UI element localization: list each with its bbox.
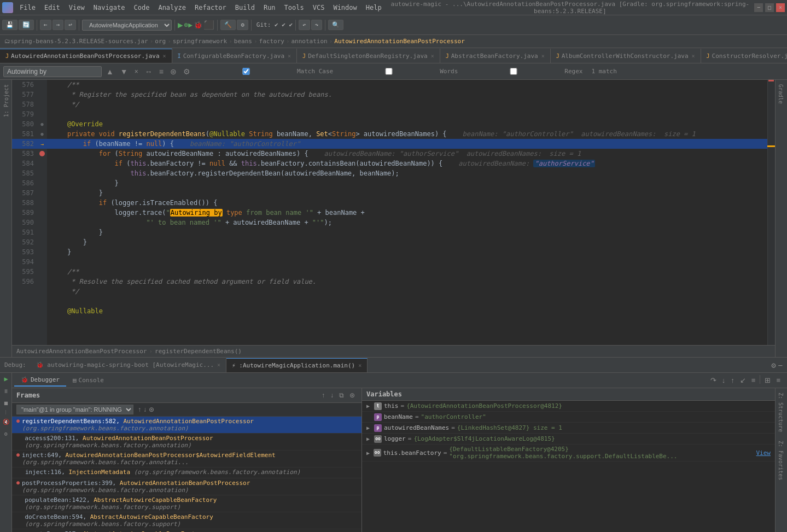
regex-checkbox[interactable] [464, 68, 563, 75]
frames-filter-btn[interactable]: ⊛ [347, 390, 357, 400]
frame-item-4[interactable]: ● postProcessProperties:399, AutowiredAn… [12, 478, 362, 495]
tab-default-singleton[interactable]: J DefaultSingletonBeanRegistry.java × [297, 49, 440, 63]
debug-minimize-icon[interactable]: − [778, 361, 783, 370]
tab-close-1[interactable]: × [163, 53, 166, 59]
tab-album-controller[interactable]: J AlbumControllerWithConstructor.java × [551, 49, 701, 63]
menu-view[interactable]: View [65, 3, 89, 13]
menu-edit[interactable]: Edit [40, 3, 65, 13]
var-val-beanfactory-view[interactable]: View [756, 449, 771, 457]
regex-option[interactable]: Regex [462, 67, 585, 76]
breadcrumb-bottom-method[interactable]: registerDependentBeans() [155, 348, 242, 355]
debug-mute-btn[interactable]: 🔇 [0, 416, 12, 428]
frames-copy-btn[interactable]: ⧉ [337, 390, 346, 400]
toolbar-sync[interactable]: 🔄 [19, 20, 34, 30]
debug-session-close-2[interactable]: × [358, 363, 362, 369]
console-tab[interactable]: ▤ Console [66, 375, 110, 386]
frames-up-btn[interactable]: ↑ [319, 390, 327, 400]
tab-close-3[interactable]: × [431, 53, 434, 59]
evaluate-btn[interactable]: ≡ [749, 375, 758, 385]
match-case-checkbox[interactable] [197, 68, 295, 75]
search-replace-toggle[interactable]: ↔ [143, 66, 155, 77]
words-checkbox[interactable] [340, 68, 438, 75]
search-filter[interactable]: ⊛ [168, 66, 179, 77]
toolbar-revert[interactable]: ↩ [65, 20, 76, 30]
breadcrumb-org[interactable]: org [155, 38, 166, 45]
minimize-button[interactable]: − [754, 3, 763, 12]
gradle-side-tab[interactable]: Gradle [776, 80, 787, 108]
search-input[interactable]: Autowiring by [3, 66, 102, 77]
search-options[interactable]: ⚙ [181, 66, 193, 77]
menu-build[interactable]: Build [231, 3, 259, 13]
var-logger[interactable]: ▶ oo logger = {LogAdapter$Slf4jLocationA… [362, 434, 775, 445]
search-close[interactable]: × [132, 67, 141, 77]
menu-vcs[interactable]: VCS [308, 3, 329, 13]
run-to-cursor-btn[interactable]: ↙ [738, 375, 748, 385]
thread-selector[interactable]: "main"@1 in group "main": RUNNING [16, 405, 133, 414]
code-content[interactable]: /** * Register the specified bean as dep… [47, 80, 767, 345]
debug-pause-btn[interactable]: ⏸ [0, 385, 12, 397]
toolbar-redo[interactable]: ↷ [311, 20, 323, 30]
frame-item-2[interactable]: ● inject:649, AutowiredAnnotationBeanPos… [12, 451, 362, 467]
breadcrumb-factory[interactable]: factory [259, 38, 284, 45]
debug-settings-btn[interactable]: ⚙ [0, 428, 12, 440]
run-with-coverage[interactable]: ⊕▶ [184, 21, 193, 29]
frame-item-0[interactable]: ● registerDependentBeans:582, AutowiredA… [12, 417, 362, 434]
var-beanfactory[interactable]: ▶ oo this.beanFactory = {DefaultListable… [362, 445, 775, 461]
search-nav-down[interactable]: ▼ [118, 66, 130, 77]
toolbar-build[interactable]: 🔨 [220, 20, 236, 30]
menu-analyze[interactable]: Analyze [154, 3, 190, 13]
menu-tools[interactable]: Tools [280, 3, 308, 13]
step-over-btn[interactable]: ↷ [708, 375, 719, 385]
toolbar-forward[interactable]: → [53, 20, 64, 30]
search-nav-up[interactable]: ▲ [104, 66, 116, 77]
step-into-btn[interactable]: ↓ [720, 375, 728, 385]
settings-btn[interactable]: ≡ [774, 375, 783, 385]
var-this[interactable]: ▶ t this = {AutowiredAnnotationBeanPostP… [362, 401, 775, 412]
frame-item-6[interactable]: doCreateBean:594, AbstractAutowireCapabl… [12, 512, 362, 529]
debug-session-close-1[interactable]: × [217, 362, 220, 368]
tab-close-2[interactable]: × [288, 53, 291, 59]
breadcrumb-class[interactable]: AutowiredAnnotationBeanPostProcessor [334, 38, 464, 45]
debug-resume-btn[interactable]: ▶ [0, 373, 12, 385]
maximize-button[interactable]: □ [765, 3, 774, 12]
words-option[interactable]: Words [337, 67, 460, 76]
debug-session-tab-2[interactable]: ⚡ :AutowireMagicApplication.main() × [226, 358, 368, 372]
tab-autowired[interactable]: J AutowiredAnnotationBeanPostProcessor.j… [0, 49, 172, 63]
stop-button[interactable]: ⬛ [203, 20, 214, 30]
menu-help[interactable]: Help [362, 3, 386, 13]
frame-item-1[interactable]: access$200:131, AutowiredAnnotationBeanP… [12, 434, 362, 451]
menu-run[interactable]: Run [259, 3, 280, 13]
close-button[interactable]: × [776, 3, 785, 12]
menu-navigate[interactable]: Navigate [89, 3, 130, 13]
thread-filter-btn[interactable]: ⊛ [148, 405, 155, 414]
menu-refactor[interactable]: Refactor [190, 3, 231, 13]
restore-layout-btn[interactable]: ⊞ [762, 375, 773, 385]
toolbar-save[interactable]: 💾 [2, 20, 18, 30]
toolbar-undo[interactable]: ↶ [299, 20, 310, 30]
step-out-btn[interactable]: ↑ [728, 375, 737, 385]
tab-close-4[interactable]: × [541, 53, 545, 59]
breadcrumb-beans[interactable]: beans [234, 38, 252, 45]
debug-settings-icon[interactable]: ⚙ [771, 361, 776, 370]
debug-session-tab-1[interactable]: 🐞 autowiring-magic-spring-boot [Autowire… [31, 358, 226, 372]
var-autowiredbeannames[interactable]: ▶ p autowiredBeanNames = {LinkedHashSet@… [362, 423, 775, 434]
frame-item-7[interactable]: createBean:517, AbstractAutowireCapableB… [12, 529, 362, 532]
favorites-tab[interactable]: Z: Favorites [776, 436, 787, 484]
breadcrumb-jar[interactable]: spring-beans-5.2.3.RELEASE-sources.jar [10, 38, 148, 45]
search-multiline[interactable]: ≡ [157, 66, 166, 77]
toolbar-generate[interactable]: ⚙ [237, 20, 248, 30]
breadcrumb-annotation[interactable]: annotation [292, 38, 328, 45]
tab-constructor-resolver[interactable]: J ConstructorResolver.java × [701, 49, 787, 63]
breadcrumb-bottom-class[interactable]: AutowiredAnnotationBeanPostProcessor [16, 348, 147, 355]
debug-stop-btn[interactable]: ⏹ [0, 397, 12, 409]
run-button[interactable]: ▶ [178, 20, 183, 30]
menu-code[interactable]: Code [130, 3, 154, 13]
debugger-tab[interactable]: 🐞 Debugger [14, 374, 66, 387]
breadcrumb-springframework[interactable]: springframework [173, 38, 227, 45]
tab-abstract-bean[interactable]: J AbstractBeanFactory.java × [440, 49, 551, 63]
toolbar-search[interactable]: 🔍 [328, 20, 343, 30]
run-config-dropdown[interactable]: AutowireMagicApplication [82, 20, 172, 31]
debug-run-button[interactable]: 🐞 [194, 21, 202, 29]
thread-up-btn[interactable]: ↑ [137, 405, 142, 414]
menu-window[interactable]: Window [329, 3, 361, 13]
